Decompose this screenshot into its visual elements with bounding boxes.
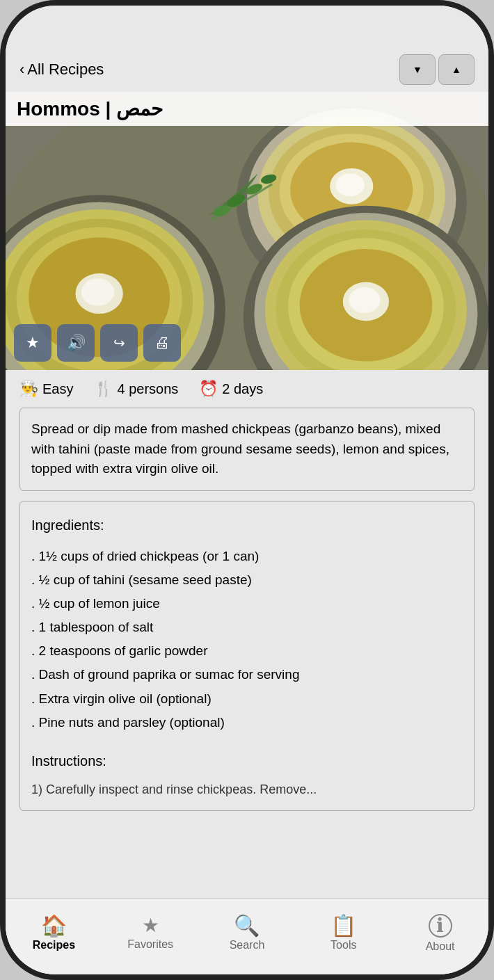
tab-about-label: About xyxy=(426,940,455,953)
print-button[interactable]: 🖨 xyxy=(143,324,181,362)
tab-search-label: Search xyxy=(230,939,265,951)
svg-point-26 xyxy=(81,278,115,305)
about-icon: ℹ xyxy=(429,914,452,938)
tab-about[interactable]: ℹ About xyxy=(413,914,468,953)
search-tab-icon: 🔍 xyxy=(234,915,260,936)
difficulty-item: 👨‍🍳 Easy xyxy=(19,380,73,398)
star-icon: ★ xyxy=(26,334,40,352)
back-label: All Recipes xyxy=(27,61,104,79)
next-recipe-button[interactable]: ▲ xyxy=(438,54,475,85)
tab-recipes-label: Recipes xyxy=(33,939,75,951)
favorite-button[interactable]: ★ xyxy=(14,324,51,362)
ingredient-item: . ½ cup of tahini (sesame seed paste) xyxy=(31,568,463,592)
recipe-title: Hommos | حمص xyxy=(6,92,488,126)
instructions-section: Instructions: 1) Carefully inspect and r… xyxy=(31,748,463,799)
tab-bar: 🏠 Recipes ★ Favorites 🔍 Search 📋 Tools ℹ… xyxy=(6,898,488,974)
chef-hat-icon: 👨‍🍳 xyxy=(19,380,38,398)
clock-icon: ⏰ xyxy=(199,380,218,398)
arrow-down-icon: ▼ xyxy=(413,64,422,75)
fork-icon: 🍴 xyxy=(94,380,113,398)
time-label: 2 days xyxy=(222,381,263,397)
phone-frame: ‹ All Recipes ▼ ▲ xyxy=(0,0,494,980)
persons-label: 4 persons xyxy=(117,381,178,397)
tab-favorites[interactable]: ★ Favorites xyxy=(122,916,178,951)
content-scroll[interactable]: Spread or dip made from mashed chickpeas… xyxy=(6,408,488,898)
ingredient-item: . Dash of ground paprika or sumac for se… xyxy=(31,663,463,686)
share-button[interactable]: ↪ xyxy=(100,324,138,362)
svg-point-10 xyxy=(335,173,364,196)
nav-header: ‹ All Recipes ▼ ▲ xyxy=(6,47,488,92)
app-container: ‹ All Recipes ▼ ▲ xyxy=(6,47,488,974)
status-bar xyxy=(6,6,488,47)
tab-favorites-label: Favorites xyxy=(127,938,173,951)
meta-bar: 👨‍🍳 Easy 🍴 4 persons ⏰ 2 days xyxy=(6,370,488,408)
back-button[interactable]: ‹ All Recipes xyxy=(19,61,104,79)
arrow-up-icon: ▲ xyxy=(452,64,461,75)
instructions-title: Instructions: xyxy=(31,748,463,773)
ingredient-item: . ½ cup of lemon juice xyxy=(31,592,463,616)
ingredient-item: . 2 teaspoons of garlic powder xyxy=(31,639,463,663)
ingredient-item: . Extra virgin olive oil (optional) xyxy=(31,687,463,711)
description-text: Spread or dip made from mashed chickpeas… xyxy=(31,421,449,476)
back-chevron-icon: ‹ xyxy=(19,61,24,79)
audio-button[interactable]: 🔊 xyxy=(57,324,95,362)
description-box: Spread or dip made from mashed chickpeas… xyxy=(19,408,475,491)
ingredient-item: . 1 tablespoon of salt xyxy=(31,616,463,639)
recipe-image: ★ 🔊 ↪ 🖨 xyxy=(6,92,488,370)
tools-icon: 📋 xyxy=(330,915,356,936)
tab-tools[interactable]: 📋 Tools xyxy=(316,915,372,951)
audio-icon: 🔊 xyxy=(67,334,86,352)
tab-recipes[interactable]: 🏠 Recipes xyxy=(26,915,81,951)
svg-point-18 xyxy=(349,287,381,313)
nav-arrows: ▼ ▲ xyxy=(399,54,475,85)
ingredient-item: . Pine nuts and parsley (optional) xyxy=(31,711,463,734)
tab-search[interactable]: 🔍 Search xyxy=(219,915,275,951)
persons-item: 🍴 4 persons xyxy=(94,380,178,398)
prev-recipe-button[interactable]: ▼ xyxy=(399,54,436,85)
ingredient-item: . 1½ cups of dried chickpeas (or 1 can) xyxy=(31,545,463,568)
difficulty-label: Easy xyxy=(42,381,73,397)
recipe-title-text: Hommos | حمص xyxy=(17,98,163,120)
recipe-image-container: ★ 🔊 ↪ 🖨 Hommos | حمص xyxy=(6,92,488,370)
ingredients-list: . 1½ cups of dried chickpeas (or 1 can).… xyxy=(31,545,463,735)
action-buttons: ★ 🔊 ↪ 🖨 xyxy=(14,324,181,362)
tab-tools-label: Tools xyxy=(330,939,356,951)
print-icon: 🖨 xyxy=(154,334,170,352)
time-item: ⏰ 2 days xyxy=(199,380,263,398)
first-step: 1) Carefully inspect and rinse chickpeas… xyxy=(31,780,463,799)
ingredients-box: Ingredients: . 1½ cups of dried chickpea… xyxy=(19,501,475,812)
share-icon: ↪ xyxy=(113,335,125,351)
favorites-icon: ★ xyxy=(142,916,159,935)
ingredients-title: Ingredients: xyxy=(31,513,463,538)
home-icon: 🏠 xyxy=(41,915,67,936)
